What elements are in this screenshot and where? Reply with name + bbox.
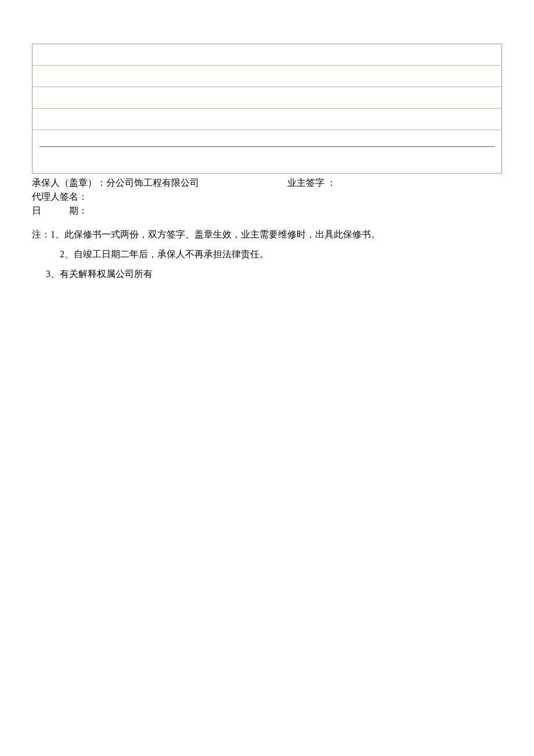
note-item-3: 3、有关解释权属公司所有: [32, 265, 502, 283]
table-row: [33, 109, 501, 130]
table-row: [33, 66, 501, 87]
note-item-2: 2、自竣工日期二年后，承保人不再承担法律责任。: [32, 246, 502, 263]
owner-signature-label: 业主签字 ：: [287, 176, 502, 190]
notes-block: 注：1、此保修书一式两份，双方签字、盖章生效，业主需要维修时，出具此保修书。 2…: [32, 226, 502, 283]
insurer-label: 承保人（盖章）：分公司饰工程有限公司: [32, 176, 287, 190]
date-label: 日 期：: [32, 204, 502, 218]
table-row: [33, 87, 501, 109]
form-table: [32, 44, 502, 174]
table-row: [33, 130, 501, 152]
agent-signature-label: 代理人签名：: [32, 190, 502, 204]
table-row: [33, 44, 501, 66]
date-text: 日 期：: [32, 206, 88, 215]
table-row: [33, 152, 501, 173]
signature-line-1: 承保人（盖章）：分公司饰工程有限公司 业主签字 ：: [32, 176, 502, 190]
note-item-1: 注：1、此保修书一式两份，双方签字、盖章生效，业主需要维修时，出具此保修书。: [32, 226, 502, 243]
